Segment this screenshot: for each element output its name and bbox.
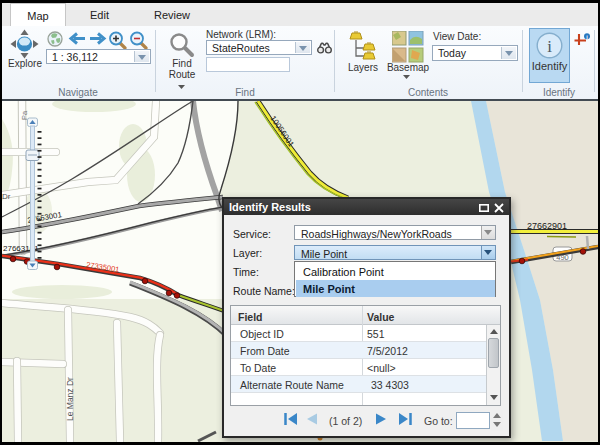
svg-text:490: 490 [556, 253, 569, 262]
svg-text:Le Manz Dr: Le Manz Dr [65, 377, 75, 421]
svg-text:Dr: Dr [2, 192, 11, 201]
svg-text:27662901: 27662901 [527, 221, 567, 231]
svg-text:i: i [547, 37, 552, 56]
